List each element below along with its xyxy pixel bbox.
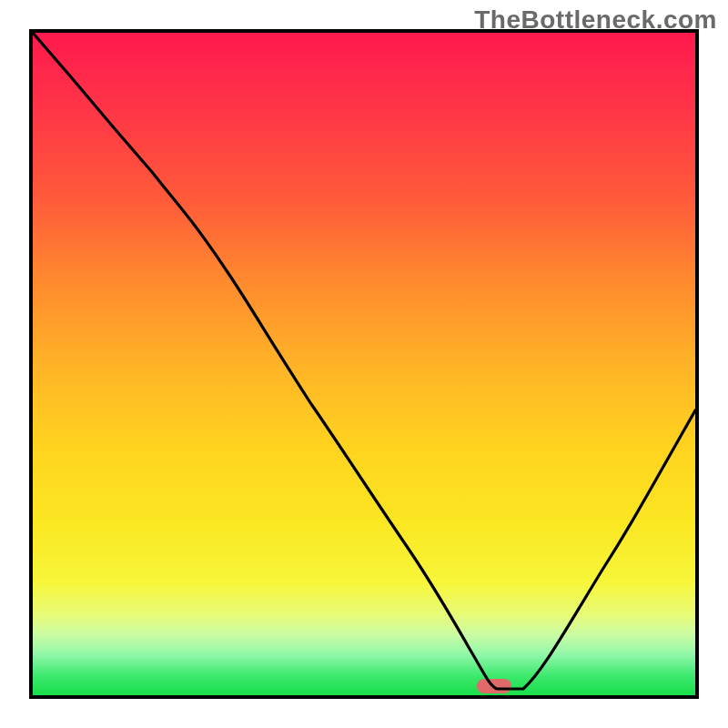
plot-area [29,29,699,699]
figure-container: TheBottleneck.com [0,0,728,728]
curve-overlay [33,33,695,695]
bottleneck-curve [33,33,695,689]
